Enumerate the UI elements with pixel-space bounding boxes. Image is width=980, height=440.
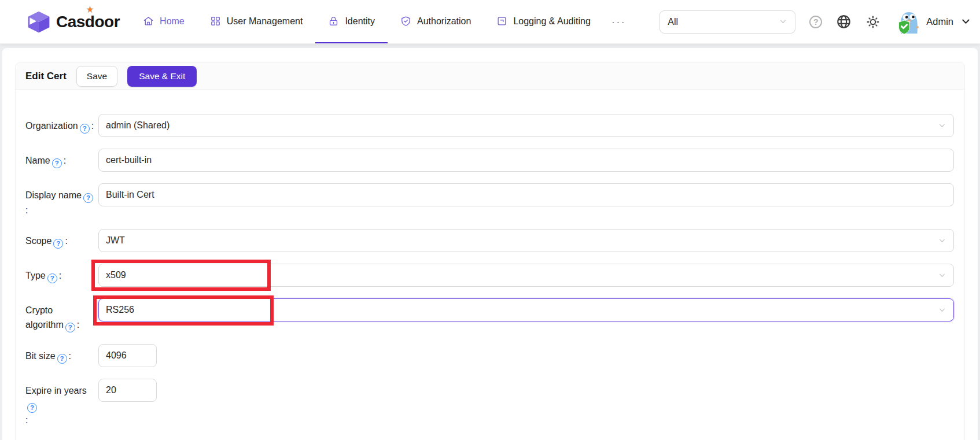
edit-cert-card: Edit Cert Save Save & Exit Organization?… [15,62,965,440]
field-control-wrap-organization: admin (Shared) [98,114,954,137]
form-row-crypto-algorithm: Cryptoalgorithm?:RS256 [25,298,954,332]
grid-icon [210,16,221,27]
caret-down-icon [961,17,971,27]
nav-item-label: User Management [227,16,303,27]
field-control-wrap-display-name: Built-in Cert [98,183,954,217]
chevron-down-icon [779,17,787,26]
form-row-expire-in-years: Expire in years?:20 [25,379,954,427]
organization-filter-value: All [668,17,678,27]
chevron-down-icon [938,306,946,315]
top-navbar: Casdoor HomeUser ManagementIdentityAutho… [0,0,980,44]
nav-item-home[interactable]: Home [130,0,197,43]
bit-size-value: 4096 [106,350,127,361]
chevron-down-icon [938,271,946,280]
form-row-organization: Organization?:admin (Shared) [25,114,954,137]
nav-item-logging-auditing[interactable]: Logging & Auditing [484,0,603,43]
help-icon[interactable]: ? [52,158,62,168]
field-control-wrap-expire-in-years: 20 [98,379,954,427]
scope-value: JWT [106,235,125,246]
form-row-display-name: Display name?:Built-in Cert [25,183,954,217]
chevron-down-icon [938,236,946,245]
cert-form: Organization?:admin (Shared)Name?:cert-b… [16,90,964,427]
nav-item-label: Logging & Auditing [513,16,590,27]
brand-logo[interactable]: Casdoor [27,0,120,43]
theme-toggle-button[interactable] [865,14,880,29]
form-row-type: Type?:x509 [25,264,954,287]
help-icon[interactable]: ? [80,124,90,134]
content-panel: Edit Cert Save Save & Exit Organization?… [2,48,978,440]
casdoor-cube-icon [27,10,51,34]
save-button[interactable]: Save [76,66,117,87]
name-value: cert-built-in [106,155,152,165]
type-select[interactable]: x509 [98,264,954,287]
scope-select[interactable]: JWT [98,229,954,252]
log-icon [496,16,507,27]
navbar-right: All ? [660,0,971,43]
display-name-value: Built-in Cert [106,190,154,200]
main-nav: HomeUser ManagementIdentityAuthorization… [130,0,603,43]
help-icon[interactable]: ? [83,193,93,203]
help-icon[interactable]: ? [57,354,67,364]
sun-icon [865,14,880,29]
help-button[interactable]: ? [809,16,822,28]
field-label-name: Name?: [25,149,98,172]
expire-in-years-input[interactable]: 20 [98,379,157,402]
home-icon [143,16,154,27]
shield-check-icon [400,16,411,27]
field-control-wrap-type: x509 [98,264,954,287]
organization-value: admin (Shared) [106,120,170,131]
organization-select[interactable]: admin (Shared) [98,114,954,137]
form-row-scope: Scope?:JWT [25,229,954,252]
organization-filter-select[interactable]: All [660,10,795,34]
question-circle-icon: ? [809,16,822,28]
nav-item-user-management[interactable]: User Management [197,0,316,43]
display-name-input[interactable]: Built-in Cert [98,183,954,206]
nav-item-authorization[interactable]: Authorization [388,0,484,43]
language-button[interactable] [836,14,852,29]
lock-icon [328,16,339,27]
nav-item-identity[interactable]: Identity [315,0,388,43]
help-icon[interactable]: ? [27,403,37,413]
nav-item-label: Authorization [417,16,471,27]
field-label-crypto-algorithm: Cryptoalgorithm?: [25,298,98,332]
type-value: x509 [106,270,126,280]
save-and-exit-button[interactable]: Save & Exit [127,66,197,87]
expire-in-years-value: 20 [106,385,116,395]
spark-icon [86,5,94,16]
crypto-algorithm-select[interactable]: RS256 [98,298,954,321]
field-control-wrap-scope: JWT [98,229,954,252]
field-control-wrap-name: cert-built-in [98,149,954,172]
field-label-type: Type?: [25,264,98,287]
crypto-algorithm-value: RS256 [106,305,134,315]
avatar [894,10,919,34]
name-input[interactable]: cert-built-in [98,149,954,172]
field-control-wrap-crypto-algorithm: RS256 [98,298,954,332]
help-icon[interactable]: ? [47,273,57,283]
field-control-wrap-bit-size: 4096 [98,344,954,367]
field-label-display-name: Display name?: [25,183,98,217]
nav-item-label: Identity [345,16,375,27]
help-icon[interactable]: ? [53,239,63,249]
account-name: Admin [926,16,953,27]
chevron-down-icon [938,121,946,130]
form-row-bit-size: Bit size?:4096 [25,344,954,367]
bit-size-input[interactable]: 4096 [98,344,157,367]
nav-overflow-button[interactable]: ··· [603,0,634,43]
form-row-name: Name?:cert-built-in [25,149,954,172]
page-title: Edit Cert [25,71,67,82]
globe-icon [836,14,852,29]
nav-item-label: Home [160,16,185,27]
field-label-bit-size: Bit size?: [25,344,98,367]
field-label-scope: Scope?: [25,229,98,252]
field-label-expire-in-years: Expire in years?: [25,379,98,427]
help-icon[interactable]: ? [65,323,75,332]
card-header: Edit Cert Save Save & Exit [16,63,964,90]
field-label-organization: Organization?: [25,114,98,137]
account-menu[interactable]: Admin [894,10,971,34]
